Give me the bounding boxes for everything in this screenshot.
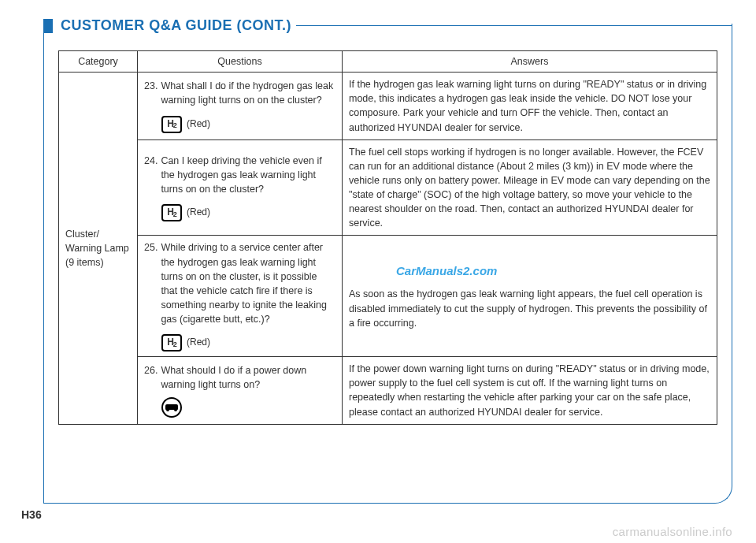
question-text: What should I do if a power down warning… (158, 363, 335, 392)
col-header-category: Category (59, 51, 138, 73)
table-row: 25. While driving to a service center af… (59, 236, 717, 357)
answer-text: As soon as the hydrogen gas leak warning… (349, 288, 707, 328)
icon-color-label: (Red) (187, 206, 210, 219)
answer-cell: If the hydrogen gas leak warning light t… (343, 73, 717, 140)
h2-warning-icon: H2 (161, 116, 182, 133)
power-down-icon (161, 397, 182, 418)
watermark-center: CarManuals2.com (396, 262, 710, 280)
table-row: 24. Can I keep driving the vehicle even … (59, 139, 717, 236)
table-row: 26. What should I do if a power down war… (59, 357, 717, 425)
answer-text: The fuel cell stops working if hydrogen … (349, 147, 710, 229)
page-frame: Category Questions Answers Cluster/ Warn… (43, 24, 732, 504)
question-number: 24. (144, 154, 158, 196)
category-cell: Cluster/ Warning Lamp (9 items) (59, 73, 138, 425)
col-header-answers: Answers (343, 51, 717, 73)
table-row: Cluster/ Warning Lamp (9 items) 23. What… (59, 73, 717, 140)
answer-cell: CarManuals2.com As soon as the hydrogen … (343, 236, 717, 357)
page-number: H36 (21, 508, 42, 521)
qa-table: Category Questions Answers Cluster/ Warn… (58, 50, 717, 425)
answer-text: If the hydrogen gas leak warning light t… (349, 79, 706, 132)
answer-cell: The fuel cell stops working if hydrogen … (343, 139, 717, 236)
h2-warning-icon: H2 (161, 204, 182, 221)
answer-cell: If the power down warning light turns on… (343, 357, 717, 425)
watermark-footer: carmanualsonline.info (613, 525, 732, 538)
icon-color-label: (Red) (187, 117, 210, 131)
question-text: While driving to a service center after … (158, 240, 335, 326)
question-cell: 24. Can I keep driving the vehicle even … (138, 139, 343, 236)
icon-color-label: (Red) (187, 336, 210, 349)
question-text: What shall I do if the hydrogen gas leak… (158, 79, 335, 107)
question-cell: 26. What should I do if a power down war… (138, 357, 343, 425)
question-number: 23. (144, 79, 158, 107)
question-number: 25. (144, 240, 158, 326)
question-text: Can I keep driving the vehicle even if t… (158, 154, 335, 196)
col-header-questions: Questions (138, 51, 343, 73)
question-cell: 23. What shall I do if the hydrogen gas … (138, 73, 343, 140)
category-text: Cluster/ Warning Lamp (9 items) (65, 229, 129, 268)
answer-text: If the power down warning light turns on… (349, 363, 710, 417)
h2-warning-icon: H2 (161, 334, 182, 351)
question-cell: 25. While driving to a service center af… (138, 236, 343, 357)
question-number: 26. (144, 363, 158, 392)
